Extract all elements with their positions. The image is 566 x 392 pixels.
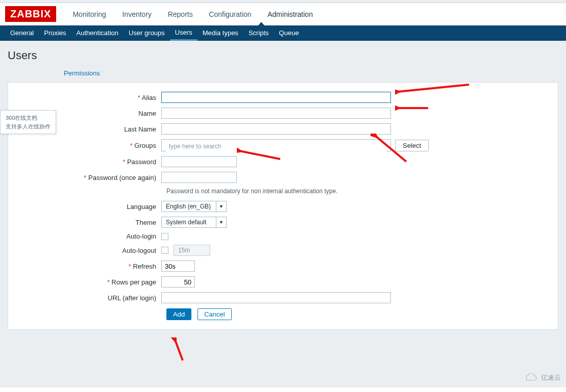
- nav-inventory[interactable]: Inventory: [115, 3, 159, 25]
- nav-caret-icon: [258, 22, 264, 25]
- page-title: Users: [8, 49, 558, 62]
- svg-line-5: [376, 136, 406, 162]
- password-input[interactable]: [161, 156, 237, 167]
- annotation-arrow-icon: [371, 134, 411, 164]
- main-nav: Monitoring Inventory Reports Configurati…: [65, 3, 319, 25]
- annotation-arrow-icon: [167, 337, 188, 363]
- nav-configuration[interactable]: Configuration: [202, 3, 258, 25]
- theme-value: System default: [162, 219, 216, 226]
- subnav-general[interactable]: General: [5, 25, 39, 41]
- label-auto-login: Auto-login: [18, 232, 161, 240]
- header: ZABBIX Monitoring Inventory Reports Conf…: [0, 3, 566, 25]
- subnav-users[interactable]: Users: [170, 25, 198, 41]
- nav-reports[interactable]: Reports: [161, 3, 200, 25]
- url-after-login-input[interactable]: [161, 292, 391, 303]
- auto-logout-checkbox[interactable]: [161, 247, 168, 254]
- label-language: Language: [18, 203, 161, 211]
- page-area: Users 360在线文档 支持多人在线协作 Permissions Alias…: [0, 41, 566, 387]
- password-note: Password is not mandatory for non intern…: [166, 188, 548, 195]
- annotation-arrow-icon: [395, 103, 431, 113]
- subnav-authentication[interactable]: Authentication: [71, 25, 124, 41]
- footer-brand: 亿速云: [525, 373, 561, 382]
- label-groups: Groups: [18, 142, 161, 149]
- name-input[interactable]: [161, 108, 391, 119]
- annotation-arrow-icon: [237, 148, 283, 163]
- auto-login-checkbox[interactable]: [161, 233, 168, 240]
- theme-select[interactable]: System default ▼: [161, 217, 227, 228]
- chevron-down-icon: ▼: [216, 217, 226, 227]
- overlay-tooltip: 360在线文档 支持多人在线协作: [0, 110, 56, 134]
- refresh-input[interactable]: [161, 260, 195, 272]
- label-auto-logout: Auto-logout: [18, 247, 161, 254]
- svg-line-1: [398, 85, 469, 92]
- label-theme: Theme: [18, 219, 161, 226]
- last-name-input[interactable]: [161, 123, 391, 135]
- svg-line-7: [239, 151, 280, 159]
- label-alias: Alias: [18, 94, 161, 101]
- tab-permissions[interactable]: Permissions: [64, 69, 100, 77]
- overlay-line2: 支持多人在线协作: [6, 122, 51, 131]
- cancel-button[interactable]: Cancel: [198, 308, 231, 320]
- auto-logout-value: 15m: [174, 245, 210, 256]
- form-panel: Alias Name Last Name Groups Select Passw…: [8, 82, 558, 330]
- add-button[interactable]: Add: [166, 308, 191, 320]
- language-select[interactable]: English (en_GB) ▼: [161, 201, 227, 212]
- subnav-queue[interactable]: Queue: [274, 25, 304, 41]
- annotation-arrow-icon: [395, 83, 472, 98]
- language-value: English (en_GB): [162, 203, 216, 210]
- subnav-proxies[interactable]: Proxies: [39, 25, 71, 41]
- overlay-line1: 360在线文档: [6, 114, 51, 122]
- form-actions: Add Cancel: [166, 308, 548, 320]
- password-again-input[interactable]: [161, 172, 237, 183]
- subnav-media-types[interactable]: Media types: [198, 25, 243, 41]
- alias-input[interactable]: [161, 92, 391, 103]
- label-url-after-login: URL (after login): [18, 294, 161, 302]
- label-refresh: Refresh: [18, 263, 161, 270]
- label-password-again: Password (once again): [18, 174, 161, 181]
- logo[interactable]: ZABBIX: [5, 6, 56, 22]
- nav-monitoring[interactable]: Monitoring: [65, 3, 113, 25]
- cloud-icon: [525, 373, 539, 382]
- label-password: Password: [18, 158, 161, 166]
- chevron-down-icon: ▼: [216, 201, 226, 212]
- svg-line-9: [175, 340, 183, 360]
- subnav-user-groups[interactable]: User groups: [124, 25, 170, 41]
- nav-administration[interactable]: Administration: [260, 3, 320, 25]
- subnav-scripts[interactable]: Scripts: [243, 25, 274, 41]
- sub-nav: General Proxies Authentication User grou…: [0, 25, 566, 41]
- label-rows-per-page: Rows per page: [18, 278, 161, 286]
- rows-per-page-input[interactable]: [161, 276, 195, 288]
